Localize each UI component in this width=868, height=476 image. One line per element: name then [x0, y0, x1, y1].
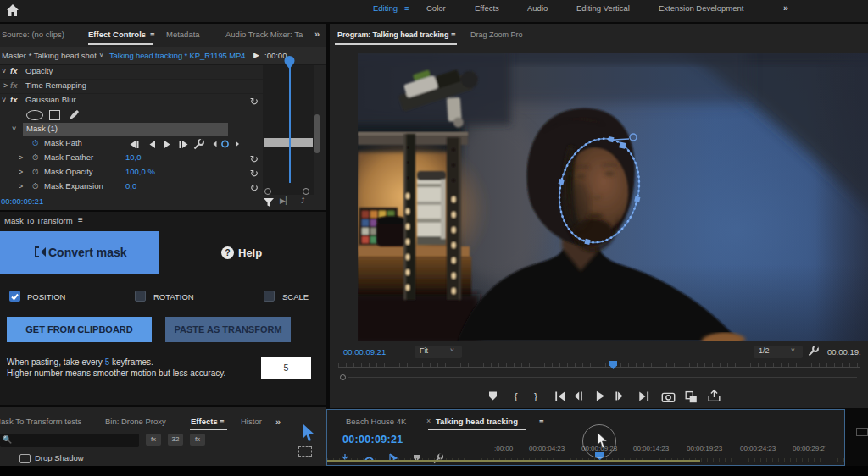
svg-text:}: } [534, 390, 537, 401]
svg-text:{: { [515, 390, 518, 401]
